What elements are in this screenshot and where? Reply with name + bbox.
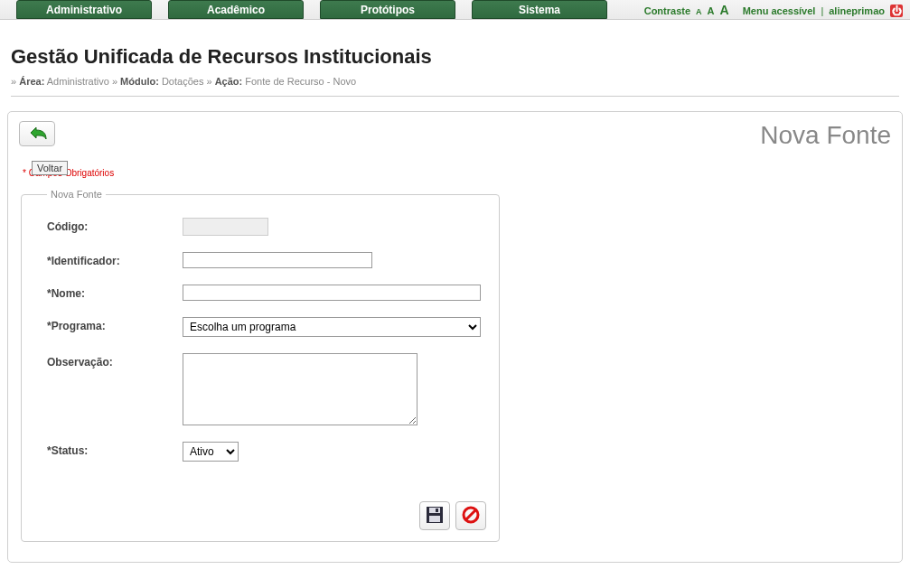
content-panel: Voltar * Campos Obrigatórios Nova Fonte … [7, 111, 903, 563]
svg-line-5 [466, 509, 476, 519]
font-size-medium-link[interactable]: A [708, 5, 715, 16]
separator: | [821, 5, 823, 16]
top-right-tools: Contraste A A A Menu acessível | alinepr… [644, 3, 903, 18]
nav-administrativo[interactable]: Administrativo [16, 0, 152, 19]
font-size-small-link[interactable]: A [696, 7, 702, 16]
codigo-field [183, 218, 268, 236]
svg-rect-1 [429, 508, 440, 513]
nome-field[interactable] [183, 285, 481, 301]
form-legend: Nova Fonte [47, 189, 106, 200]
nav-prototipos[interactable]: Protótipos [320, 0, 455, 19]
user-name-link[interactable]: alineprimao [829, 5, 885, 16]
top-nav: Administrativo Acadêmico Protótipos Sist… [0, 0, 910, 20]
panel-title: Nova Fonte [760, 121, 891, 150]
floppy-disk-icon [426, 506, 444, 527]
svg-rect-2 [429, 516, 440, 522]
accessible-menu-link[interactable]: Menu acessível [743, 5, 816, 16]
back-tooltip: Voltar [32, 161, 68, 175]
prohibited-icon [462, 506, 480, 527]
cancel-button[interactable] [455, 501, 486, 530]
identificador-label: *Identificador: [47, 252, 183, 267]
nova-fonte-form: Nova Fonte Código: *Identificador: *Nome… [21, 189, 500, 542]
status-label: *Status: [47, 442, 183, 457]
page-title: Gestão Unificada de Recursos Institucion… [11, 45, 899, 69]
nav-academico[interactable]: Acadêmico [168, 0, 304, 19]
breadcrumb: » Área: Administrativo » Módulo: Dotaçõe… [11, 76, 899, 97]
programa-label: *Programa: [47, 317, 183, 332]
identificador-field[interactable] [183, 252, 372, 268]
undo-arrow-icon [25, 125, 49, 144]
status-select[interactable]: Ativo [183, 442, 239, 462]
contrast-link[interactable]: Contraste [644, 5, 690, 16]
nav-sistema[interactable]: Sistema [472, 0, 607, 19]
font-size-large-link[interactable]: A [719, 3, 728, 17]
back-button[interactable] [19, 121, 55, 146]
observacao-label: Observação: [47, 353, 183, 369]
codigo-label: Código: [47, 218, 183, 233]
programa-select[interactable]: Escolha um programa [183, 317, 481, 337]
svg-rect-3 [436, 509, 438, 512]
logout-icon[interactable]: ⏻ [890, 5, 903, 17]
observacao-field[interactable] [183, 353, 417, 425]
nome-label: *Nome: [47, 285, 183, 300]
save-button[interactable] [419, 501, 450, 530]
